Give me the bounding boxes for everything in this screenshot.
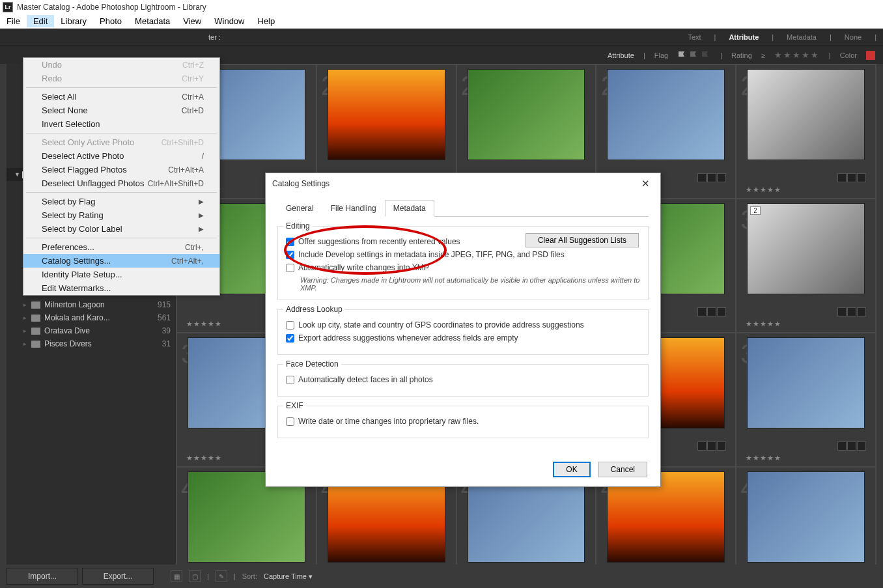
folder-icon	[31, 341, 40, 348]
menu-item-edit-watermarks-[interactable]: Edit Watermarks...	[23, 281, 219, 295]
lookup-gps-label: Look up city, state and country of GPS c…	[298, 320, 584, 329]
folder-row[interactable]: ▸Oratava Dive39	[7, 324, 176, 337]
filter-tab-attribute[interactable]: Attribute	[729, 33, 759, 41]
menu-item-catalog-settings-[interactable]: Catalog Settings...Ctrl+Alt+,	[23, 254, 219, 268]
dialog-title: Catalog Settings	[272, 179, 329, 188]
auto-xmp-checkbox[interactable]	[286, 264, 294, 272]
catalog-settings-dialog: Catalog Settings ✕ GeneralFile HandlingM…	[265, 173, 661, 487]
lookup-gps-checkbox[interactable]	[286, 321, 294, 329]
filter-tab-metadata[interactable]: Metadata	[787, 33, 817, 41]
offer-suggestions-checkbox[interactable]	[286, 238, 294, 246]
menu-item-undo: UndoCtrl+Z	[23, 58, 219, 72]
color-label: Color	[840, 51, 857, 59]
folder-row[interactable]: ▸Milnerton Lagoon915	[7, 298, 176, 311]
address-legend: Address Lookup	[283, 305, 345, 314]
face-group: Face Detection Automatically detect face…	[277, 364, 649, 397]
dialog-tab-metadata[interactable]: Metadata	[385, 200, 434, 217]
menu-item-select-by-rating[interactable]: Select by Rating▶	[23, 208, 219, 222]
menu-photo[interactable]: Photo	[93, 15, 128, 27]
dialog-close-button[interactable]: ✕	[638, 176, 654, 191]
grid-cell[interactable]: 39★★★★★	[736, 333, 875, 466]
include-develop-label: Include Develop settings in metadata ins…	[298, 250, 565, 259]
menu-item-redo: RedoCtrl+Y	[23, 72, 219, 85]
filter-tab-text[interactable]: Text	[688, 33, 701, 41]
folder-icon	[31, 315, 40, 322]
offer-suggestions-label: Offer suggestions from recently entered …	[298, 237, 460, 246]
menu-item-select-only-active-photo: Select Only Active PhotoCtrl+Shift+D	[23, 135, 219, 149]
menu-item-deselect-active-photo[interactable]: Deselect Active Photo/	[23, 149, 219, 163]
grid-cell[interactable]: 342★★★★★	[736, 199, 875, 332]
export-button[interactable]: Export...	[82, 568, 154, 585]
menu-library[interactable]: Library	[54, 15, 93, 27]
auto-xmp-label: Automatically write changes into XMP	[298, 263, 429, 272]
grid-view-icon[interactable]: ▦	[171, 570, 182, 582]
menu-item-select-by-color-label[interactable]: Select by Color Label▶	[23, 222, 219, 236]
menu-help[interactable]: Help	[251, 15, 282, 27]
address-group: Address Lookup Look up city, state and c…	[277, 309, 649, 355]
face-legend: Face Detection	[283, 359, 341, 369]
ok-button[interactable]: OK	[553, 462, 590, 477]
rating-compare[interactable]: ≥	[761, 51, 765, 59]
xmp-warning: Warning: Changes made in Lightroom will …	[300, 276, 640, 292]
attribute-label: Attribute	[608, 51, 634, 59]
menu-item-preferences-[interactable]: Preferences...Ctrl+,	[23, 240, 219, 254]
menu-item-identity-plate-setup-[interactable]: Identity Plate Setup...	[23, 268, 219, 281]
sort-dropdown[interactable]: Capture Time ▾	[264, 572, 313, 581]
titlebar: Lr Master Catalog - Adobe Photoshop Ligh…	[0, 0, 883, 14]
grid-cell[interactable]: 29★★★★★	[736, 65, 875, 198]
flag-filters[interactable]	[677, 50, 711, 61]
menu-window[interactable]: Window	[208, 15, 251, 27]
menubar: FileEditLibraryPhotoMetadataViewWindowHe…	[0, 14, 883, 29]
filter-label: ter :	[208, 33, 221, 41]
export-address-label: Export address suggestions whenever addr…	[298, 333, 518, 343]
clear-suggestions-button[interactable]: Clear All Suggestion Lists	[526, 233, 639, 247]
color-swatch-red[interactable]	[866, 51, 875, 60]
exif-write-label: Write date or time changes into propriet…	[298, 417, 479, 426]
include-develop-checkbox[interactable]	[286, 251, 294, 259]
editing-group: Editing Offer suggestions from recently …	[277, 226, 649, 300]
rating-stars[interactable]: ★★★★★	[774, 50, 820, 60]
exif-write-checkbox[interactable]	[286, 417, 294, 426]
app-icon: Lr	[3, 2, 13, 12]
menu-item-select-by-flag[interactable]: Select by Flag▶	[23, 195, 219, 208]
exif-group: EXIF Write date or time changes into pro…	[277, 406, 649, 438]
exif-legend: EXIF	[283, 401, 306, 410]
grid-cell[interactable]: 44★★★★★	[736, 468, 875, 565]
folder-icon	[31, 301, 40, 309]
edit-menu-dropdown: UndoCtrl+ZRedoCtrl+YSelect AllCtrl+ASele…	[23, 57, 220, 296]
menu-item-deselect-unflagged-photos[interactable]: Deselect Unflagged PhotosCtrl+Alt+Shift+…	[23, 176, 219, 190]
face-detect-checkbox[interactable]	[286, 376, 294, 384]
folder-icon	[31, 328, 40, 335]
dialog-tab-file-handling[interactable]: File Handling	[322, 200, 385, 217]
rating-label: Rating	[731, 51, 752, 59]
folder-row[interactable]: ▸Mokala and Karo...561	[7, 311, 176, 324]
dialog-tabs: GeneralFile HandlingMetadata	[277, 199, 649, 217]
import-button[interactable]: Import...	[7, 568, 78, 585]
cancel-button[interactable]: Cancel	[598, 462, 647, 477]
export-address-checkbox[interactable]	[286, 334, 294, 343]
loupe-view-icon[interactable]: ▢	[189, 570, 201, 582]
library-filter-bar: ter : Text|Attribute|Metadata|None|	[0, 29, 883, 46]
menu-view[interactable]: View	[176, 15, 208, 27]
editing-legend: Editing	[283, 221, 313, 231]
dialog-tab-general[interactable]: General	[277, 200, 322, 217]
menu-metadata[interactable]: Metadata	[128, 15, 176, 27]
face-detect-label: Automatically detect faces in all photos	[298, 375, 433, 384]
menu-edit[interactable]: Edit	[27, 15, 54, 27]
menu-item-select-flagged-photos[interactable]: Select Flagged PhotosCtrl+Alt+A	[23, 163, 219, 176]
filter-tab-none[interactable]: None	[845, 33, 862, 41]
menu-file[interactable]: File	[0, 15, 27, 27]
window-title: Master Catalog - Adobe Photoshop Lightro…	[17, 3, 206, 12]
menu-item-select-none[interactable]: Select NoneCtrl+D	[23, 104, 219, 117]
painter-icon[interactable]: ✎	[216, 570, 227, 582]
bottom-bar: Import... Export... ▦ ▢ | ✎ | Sort: Capt…	[7, 566, 876, 587]
flag-label: Flag	[654, 51, 668, 59]
menu-item-invert-selection[interactable]: Invert Selection	[23, 117, 219, 131]
folder-row[interactable]: ▸Pisces Divers31	[7, 337, 176, 350]
menu-item-select-all[interactable]: Select AllCtrl+A	[23, 90, 219, 104]
sort-label: Sort:	[242, 572, 257, 580]
